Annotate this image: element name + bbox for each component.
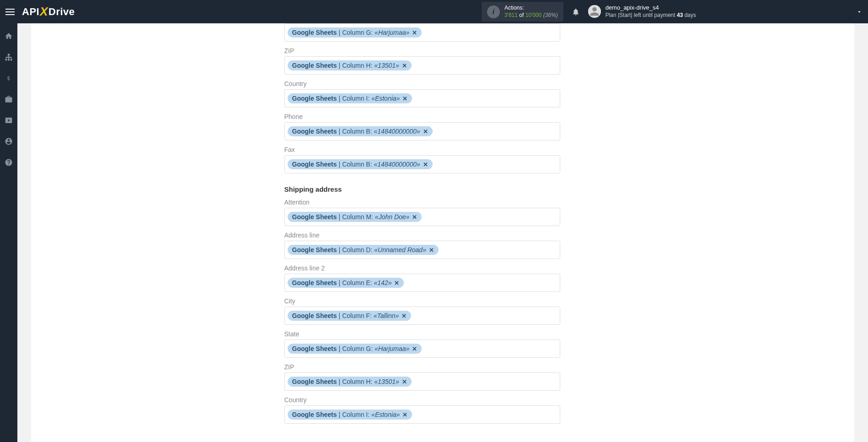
tag-source: Google Sheets [292,411,337,418]
mapping-tag: Google Sheets | Column I: «Estonia» ✕ [288,410,413,420]
field-input[interactable]: Google Sheets | Column D: «Unnamed Road»… [284,241,560,259]
nav-home-icon[interactable] [0,31,17,42]
svg-rect-1 [8,54,10,56]
avatar [588,5,601,18]
tag-value: «Unnamed Road» [374,246,426,253]
tag-column: Column E: [342,279,372,286]
tag-source: Google Sheets [292,279,337,286]
tag-value: «Harjumaa» [375,345,409,352]
tag-column: Column I: [342,95,370,102]
canvas: Google Sheets | Column G: «Harjumaa» ✕ZI… [97,23,789,424]
tag-source: Google Sheets [292,378,337,385]
actions-box[interactable]: i Actions: 3'611 of 10'000 (36%) [482,2,563,22]
tag-column: Column M: [342,213,373,221]
field-label: ZIP [284,363,560,371]
svg-rect-2 [5,59,7,61]
tag-remove-icon[interactable]: ✕ [412,29,417,36]
logo-text2: Drive [48,6,75,18]
tag-column: Column G: [342,29,373,36]
mapping-tag: Google Sheets | Column B: «14840000000» … [288,159,433,169]
tag-column: Column H: [342,378,372,385]
field-input[interactable]: Google Sheets | Column E: «142» ✕ [284,274,560,292]
svg-rect-3 [8,59,10,61]
tag-column: Column I: [342,411,370,418]
field-input[interactable]: Google Sheets | Column I: «Estonia» ✕ [284,89,560,108]
mapping-tag: Google Sheets | Column E: «142» ✕ [288,278,404,288]
logo[interactable]: APIXDrive [22,5,75,19]
user-block[interactable]: demo_apix-drive_s4 Plan |Start| left unt… [588,4,696,19]
field-label: Fax [284,146,560,153]
field-label: ZIP [284,47,560,54]
svg-rect-4 [11,59,12,61]
field-input[interactable]: Google Sheets | Column B: «14840000000» … [284,155,560,173]
inner: Google Sheets | Column G: «Harjumaa» ✕ZI… [111,23,775,424]
tag-value: «Estonia» [371,411,400,418]
tag-column: Column B: [342,128,372,135]
field-input[interactable]: Google Sheets | Column G: «Harjumaa» ✕ [284,23,560,42]
tag-value: «13501» [374,62,399,69]
tag-remove-icon[interactable]: ✕ [423,161,428,168]
nav-help-icon[interactable] [0,157,17,168]
field-input[interactable]: Google Sheets | Column B: «14840000000» … [284,122,560,140]
tag-remove-icon[interactable]: ✕ [402,313,407,319]
tag-remove-icon[interactable]: ✕ [429,247,434,253]
main: Google Sheets | Column G: «Harjumaa» ✕ZI… [17,23,868,424]
tag-remove-icon[interactable]: ✕ [402,62,407,69]
field-input[interactable]: Google Sheets | Column I: «Estonia» ✕ [284,405,560,424]
section-title: Shipping address [284,185,560,193]
nav-video-icon[interactable] [0,115,17,126]
field-label: Address line [284,232,560,239]
field-input[interactable]: Google Sheets | Column M: «John Doe» ✕ [284,208,560,226]
tag-source: Google Sheets [292,161,337,168]
actions-text: Actions: 3'611 of 10'000 (36%) [504,5,558,19]
nav-case-icon[interactable] [0,94,17,105]
tag-remove-icon[interactable]: ✕ [423,128,428,135]
field-input[interactable]: Google Sheets | Column H: «13501» ✕ [284,56,560,75]
field-input[interactable]: Google Sheets | Column F: «Tallinn» ✕ [284,307,560,325]
actions-label: Actions: [504,5,558,12]
nav-billing-icon[interactable] [0,73,17,84]
field-input[interactable]: Google Sheets | Column H: «13501» ✕ [284,372,560,391]
tag-value: «John Doe» [375,213,410,221]
mapping-tag: Google Sheets | Column G: «Harjumaa» ✕ [288,344,422,354]
field-label: State [284,330,560,338]
tag-column: Column H: [342,62,372,69]
field-label: Country [284,80,560,87]
logo-x: X [40,5,48,19]
tag-remove-icon[interactable]: ✕ [412,345,417,352]
field-label: Address line 2 [284,264,560,272]
mapping-tag: Google Sheets | Column H: «13501» ✕ [288,60,412,70]
tag-source: Google Sheets [292,312,337,319]
field-label: Attention [284,199,560,206]
chevron-down-icon[interactable] [856,9,863,15]
logo-text: API [22,6,39,18]
header: APIXDrive i Actions: 3'611 of 10'000 (36… [0,0,868,23]
bell-icon[interactable] [572,8,580,16]
tag-source: Google Sheets [292,128,337,135]
form-area: Google Sheets | Column G: «Harjumaa» ✕ZI… [284,23,560,424]
tag-remove-icon[interactable]: ✕ [412,214,417,221]
tag-remove-icon[interactable]: ✕ [402,378,407,385]
tag-value: «14840000000» [374,128,420,135]
mapping-tag: Google Sheets | Column M: «John Doe» ✕ [288,212,422,222]
sidebar [0,23,17,424]
mapping-tag: Google Sheets | Column H: «13501» ✕ [288,377,412,387]
menu-toggle[interactable] [5,6,16,17]
tag-remove-icon[interactable]: ✕ [402,95,407,102]
tag-value: «13501» [374,378,399,385]
user-name: demo_apix-drive_s4 [605,4,696,12]
tag-value: «14840000000» [374,161,420,168]
tag-remove-icon[interactable]: ✕ [402,411,407,418]
tag-source: Google Sheets [292,62,337,69]
field-input[interactable]: Google Sheets | Column G: «Harjumaa» ✕ [284,340,560,358]
tag-source: Google Sheets [292,213,337,221]
mapping-tag: Google Sheets | Column I: «Estonia» ✕ [288,93,413,103]
tag-source: Google Sheets [292,95,337,102]
nav-sitemap-icon[interactable] [0,52,17,63]
tag-source: Google Sheets [292,246,337,253]
mapping-tag: Google Sheets | Column F: «Tallinn» ✕ [288,311,412,321]
mapping-tag: Google Sheets | Column G: «Harjumaa» ✕ [288,27,422,38]
nav-user-icon[interactable] [0,136,17,147]
tag-value: «Harjumaa» [375,29,409,36]
tag-remove-icon[interactable]: ✕ [394,280,399,286]
